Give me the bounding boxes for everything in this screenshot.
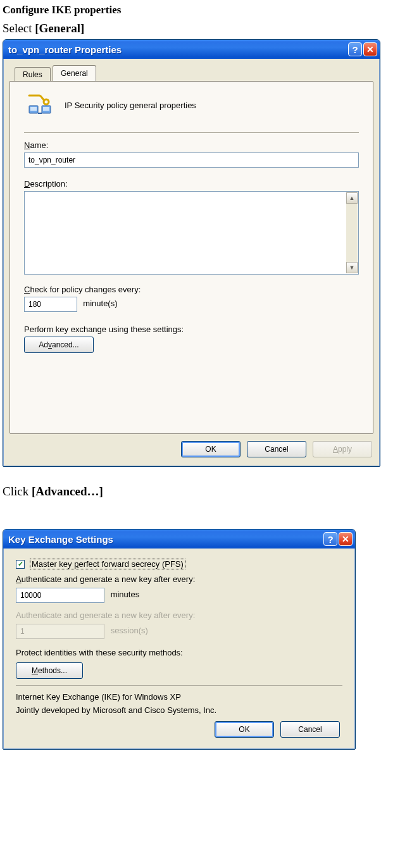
- advanced-pre: Ad: [39, 340, 48, 349]
- minutes-label: minute(s): [83, 299, 117, 308]
- scroll-up-button[interactable]: ▲: [346, 192, 358, 204]
- instruction-click-bold: [Advanced…]: [32, 485, 103, 498]
- dialog-button-row: OK Cancel: [16, 715, 342, 741]
- dialog-button-row: OK Cancel Apply: [3, 435, 380, 466]
- svg-rect-4: [43, 107, 49, 111]
- titlebar[interactable]: to_vpn_router Properties ? ✕: [3, 40, 380, 59]
- description-textarea[interactable]: ▲ ▼: [24, 191, 359, 275]
- tab-page-general: IP Security policy general properties Na…: [9, 81, 373, 434]
- ike-line: Internet Key Exchange (IKE) for Windows …: [16, 692, 342, 702]
- help-button[interactable]: ?: [348, 42, 362, 56]
- description-label-accel: D: [24, 179, 30, 189]
- dialog-title: to_vpn_router Properties: [8, 44, 347, 55]
- pfs-label[interactable]: Master key perfect forward secrecy (PFS): [30, 559, 185, 569]
- auth-minutes-label: Authenticate and generate a new key afte…: [16, 574, 342, 584]
- help-button[interactable]: ?: [323, 532, 337, 546]
- scroll-down-button[interactable]: ▼: [346, 262, 358, 273]
- name-label-rest: ame:: [30, 140, 48, 150]
- auth1-rest: uthenticate and generate a new key after…: [22, 574, 196, 584]
- check-label-accel: C: [24, 285, 30, 294]
- policy-header: IP Security policy general properties: [28, 94, 359, 116]
- instruction-select-bold: [General]: [35, 22, 84, 35]
- auth1-accel: A: [16, 574, 22, 584]
- instruction-select-prefix: Select: [3, 22, 35, 35]
- svg-point-0: [44, 99, 49, 104]
- name-label: Name:: [24, 140, 359, 150]
- instruction-click: Click [Advanced…]: [3, 485, 397, 499]
- description-label: Description:: [24, 179, 359, 189]
- cancel-button[interactable]: Cancel: [247, 441, 306, 457]
- check-every-label: Check for policy changes every:: [24, 285, 359, 294]
- separator: [24, 132, 359, 133]
- pfs-checkbox[interactable]: [16, 560, 25, 569]
- key-exchange-dialog: Key Exchange Settings ? ✕ Master key per…: [3, 529, 356, 750]
- close-button[interactable]: ✕: [339, 532, 353, 546]
- pfs-label-pre: Master key: [32, 559, 74, 569]
- svg-rect-2: [30, 107, 37, 111]
- methods-rest: ethods...: [38, 666, 67, 675]
- properties-dialog: to_vpn_router Properties ? ✕ Rules Gener…: [3, 39, 380, 467]
- dev-line: Jointly developed by Microsoft and Cisco…: [16, 705, 342, 715]
- name-input[interactable]: [24, 152, 359, 168]
- policy-header-text: IP Security policy general properties: [65, 101, 196, 110]
- minutes-unit: minutes: [111, 590, 140, 599]
- advanced-button[interactable]: Advanced...: [24, 337, 94, 353]
- ok-button[interactable]: OK: [181, 441, 241, 457]
- separator: [16, 685, 342, 686]
- dialog-body: Master key perfect forward secrecy (PFS)…: [3, 549, 355, 749]
- heading-configure: Configure IKE properties: [3, 4, 397, 16]
- methods-accel: M: [32, 666, 38, 675]
- tab-rules[interactable]: Rules: [15, 67, 51, 82]
- description-label-rest: escription:: [30, 179, 67, 189]
- dialog-title: Key Exchange Settings: [8, 534, 322, 545]
- methods-button[interactable]: Methods...: [16, 662, 83, 679]
- apply-accel: A: [333, 445, 338, 454]
- apply-rest: pply: [338, 445, 352, 454]
- tab-strip: Rules General: [15, 65, 373, 82]
- check-label-rest: heck for policy changes every:: [30, 285, 141, 294]
- pfs-label-rest: erfect forward secrecy (PFS): [78, 559, 183, 569]
- titlebar[interactable]: Key Exchange Settings ? ✕: [3, 530, 355, 549]
- sessions-unit: session(s): [111, 626, 148, 635]
- instruction-click-prefix: Click: [3, 485, 32, 498]
- auth-sessions-label: Authenticate and generate a new key afte…: [16, 611, 342, 620]
- close-button[interactable]: ✕: [363, 42, 377, 56]
- scrollbar[interactable]: ▲ ▼: [346, 192, 358, 273]
- apply-button: Apply: [313, 441, 372, 457]
- pfs-row: Master key perfect forward secrecy (PFS): [16, 559, 342, 569]
- protect-label: Protect identities with these security m…: [16, 648, 342, 657]
- tab-general[interactable]: General: [53, 65, 96, 81]
- name-label-accel: N: [24, 140, 30, 150]
- check-interval-input[interactable]: [24, 297, 77, 312]
- perform-label: Perform key exchange using these setting…: [24, 325, 359, 334]
- minutes-input[interactable]: [16, 588, 104, 603]
- instruction-select: Select [General]: [3, 22, 397, 35]
- sessions-input: [16, 624, 104, 639]
- policy-icon: [28, 94, 53, 116]
- ok-button[interactable]: OK: [215, 721, 274, 738]
- cancel-button[interactable]: Cancel: [280, 721, 340, 738]
- advanced-rest: anced...: [52, 340, 79, 349]
